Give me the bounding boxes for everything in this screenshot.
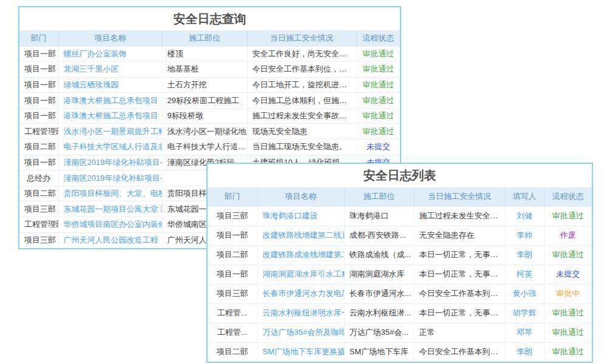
location-cell: 万达广场35#会... <box>344 323 414 342</box>
dept-cell: 项目二部 <box>19 140 58 155</box>
writer-cell[interactable]: 刘健 <box>505 206 544 226</box>
table-row: 工程管理部浅水湾小区一期景观提升工程浅水湾小区一期绿化地现场无安全隐患审批通过 <box>19 124 400 140</box>
project-cell[interactable]: 螺丝厂办公室装饰 <box>58 46 162 62</box>
situation-cell: 本日一切正常，无事故发... <box>414 245 505 265</box>
dept-cell: 项目二部 <box>19 186 58 201</box>
project-cell[interactable]: 电子科技大学区域人行道及非 <box>58 140 162 155</box>
dept-cell: 项目三部 <box>19 201 58 217</box>
dept-cell: 工程管... <box>208 323 257 342</box>
dept-cell: 项目三部 <box>208 284 257 303</box>
location-cell: 铁路成渝线（成... <box>344 245 414 265</box>
project-cell[interactable]: 改建铁路成渝线增建第二... <box>257 245 344 265</box>
writer-cell[interactable]: 黄小强 <box>505 284 544 303</box>
location-cell: 楼顶 <box>162 46 247 62</box>
column-header-situation: 当日施工安全情况 <box>247 30 356 46</box>
situation-cell: 本日一切正常，无事故发... <box>414 265 505 284</box>
table-row: 项目一部湖南洞庭湖水库引水工程...湖南洞庭湖水库本日一切正常，无事故发...柯… <box>208 265 592 284</box>
project-cell[interactable]: 华侨城项目南区办公室内装修 <box>58 217 162 233</box>
status-cell: 审批通过 <box>544 323 592 342</box>
query-panel-title: 安全日志查询 <box>19 7 400 30</box>
location-cell: 电子科技大学人行道... <box>162 140 247 155</box>
table-row: 项目一部龙湖三千里小区地基基桩今日安全工作基本到位，尚无...审批通过 <box>19 62 400 78</box>
dept-cell: 项目一部 <box>208 226 257 245</box>
writer-cell[interactable]: 李朗 <box>505 245 544 265</box>
situation-cell: 今日安全工作基本到位，... <box>414 284 505 303</box>
dept-cell: 工程管理部 <box>19 217 58 233</box>
status-cell: 审批通过 <box>356 108 400 124</box>
writer-cell[interactable]: 柯英 <box>505 265 544 284</box>
status-cell: 审批中 <box>544 284 592 303</box>
status-cell: 审批通过 <box>356 46 400 62</box>
project-cell[interactable]: 广州天河人民公园改造工程 <box>58 232 162 248</box>
location-cell: 地基基桩 <box>162 62 247 78</box>
column-header-status: 流程状态 <box>356 30 400 46</box>
list-table-header-row: 部门项目名称施工部位当日施工安全情况填写人流程状态 <box>208 187 592 206</box>
column-header-project: 项目名称 <box>257 187 344 206</box>
situation-cell: 当日施工现场无安全隐患。 <box>247 140 356 155</box>
dept-cell: 项目二部 <box>208 245 257 265</box>
situation-cell: 本日一切正常，无事故发... <box>414 303 505 323</box>
project-cell[interactable]: 改建铁路线增建第二线直... <box>257 226 344 245</box>
location-cell: 长春市伊通河水... <box>344 284 414 303</box>
safety-log-list-table: 部门项目名称施工部位当日施工安全情况填写人流程状态 项目三部珠海鹤港口建设珠海鹤… <box>208 187 592 362</box>
project-cell[interactable]: 潼南区2019年绿化补贴项目- <box>58 155 162 170</box>
project-cell[interactable]: 港珠澳大桥施工总承包项目 <box>58 108 162 124</box>
project-cell[interactable]: 龙湖三千里小区 <box>58 62 162 78</box>
column-header-status: 流程状态 <box>544 187 592 206</box>
project-cell[interactable]: 东城花园一期项目公寓大堂 装 <box>58 201 162 217</box>
situation-cell: 施工过程未发生安全事故及人... <box>247 108 356 124</box>
status-cell: 审批通过 <box>356 124 400 140</box>
project-cell[interactable]: 港珠澳大桥施工总承包项目 <box>58 93 162 109</box>
location-cell: 云南水利枢纽潜... <box>344 303 414 323</box>
situation-cell: 安全工作良好，尚无安全隐患... <box>247 46 356 62</box>
dept-cell: 项目一部 <box>19 155 58 170</box>
table-row: 项目二部电子科技大学区域人行道及非电子科技大学人行道...当日施工现场无安全隐患… <box>19 140 400 155</box>
writer-cell[interactable]: 李帅 <box>505 226 544 245</box>
location-cell: 浅水湾小区一期绿化地 <box>162 124 247 140</box>
dept-cell: 项目三部 <box>19 232 58 248</box>
status-cell: 审批通过 <box>356 62 400 78</box>
column-header-project: 项目名称 <box>58 30 162 46</box>
column-header-location: 施工部位 <box>162 30 247 46</box>
dept-cell: 项目一部 <box>19 93 58 109</box>
table-row: 工程管...万达广场35#会所及咖啡...万达广场35#会...正常邓琴审批通过 <box>208 323 592 342</box>
project-cell[interactable]: 长春市伊通河水力发电厂... <box>257 284 344 303</box>
status-cell: 未提交 <box>356 140 400 155</box>
table-row: 项目二部改建铁路成渝线增建第二...铁路成渝线（成...本日一切正常，无事故发.… <box>208 245 592 265</box>
writer-cell[interactable]: 李朗 <box>505 342 544 362</box>
writer-cell[interactable]: 邓琴 <box>505 323 544 342</box>
location-cell: 土石方开挖 <box>162 77 247 93</box>
table-row: 项目二部SM广场地下车库更换摄...SM广场地下车库今日安全工作基本到位，...… <box>208 342 592 362</box>
project-cell[interactable]: 万达广场35#会所及咖啡... <box>257 323 344 342</box>
situation-cell: 今日施工总体顺利，但施工人... <box>247 93 356 109</box>
dept-cell: 项目一部 <box>208 265 257 284</box>
dept-cell: 项目一部 <box>19 77 58 93</box>
project-cell[interactable]: 云南水利枢纽潜明水库一... <box>257 303 344 323</box>
table-row: 项目一部港珠澳大桥施工总承包项目29标段桥面工程施工今日施工总体顺利，但施工人.… <box>19 93 400 109</box>
column-header-situation: 当日施工安全情况 <box>414 187 505 206</box>
status-cell: 审批通过 <box>544 303 592 323</box>
status-cell: 审批通过 <box>544 245 592 265</box>
project-cell[interactable]: 贵阳项目样板间、大堂、电梯 <box>58 186 162 201</box>
situation-cell: 今日安全工作基本到位，... <box>414 342 505 362</box>
location-cell: 29标段桥面工程施工 <box>162 93 247 109</box>
project-cell[interactable]: 绿城云栖玫瑰园 <box>58 77 162 93</box>
situation-cell: 施工过程未发生安全事故... <box>414 206 505 226</box>
project-cell[interactable]: 潼南区2019年绿化补贴项目- <box>58 170 162 186</box>
project-cell[interactable]: 珠海鹤港口建设 <box>257 206 344 226</box>
project-cell[interactable]: 湖南洞庭湖水库引水工程... <box>257 265 344 284</box>
writer-cell[interactable]: 胡学辉 <box>505 303 544 323</box>
project-cell[interactable]: SM广场地下车库更换摄... <box>257 342 344 362</box>
status-cell: 审批通过 <box>356 77 400 93</box>
list-panel-title: 安全日志列表 <box>208 164 592 187</box>
location-cell: 9标段桥墩 <box>162 108 247 124</box>
query-table-header-row: 部门项目名称施工部位当日施工安全情况流程状态 <box>19 30 400 46</box>
table-row: 项目一部绿城云栖玫瑰园土石方开挖今日工地开工，旋挖机进场，...审批通过 <box>19 77 400 93</box>
project-cell[interactable]: 浅水湾小区一期景观提升工程 <box>58 124 162 140</box>
location-cell: SM广场地下车库 <box>344 342 414 362</box>
situation-cell: 无安全隐患存在 <box>414 226 505 245</box>
location-cell: 珠海鹤港口 <box>344 206 414 226</box>
status-cell: 审批通过 <box>544 342 592 362</box>
table-row: 项目一部螺丝厂办公室装饰楼顶安全工作良好，尚无安全隐患...审批通过 <box>19 46 400 62</box>
dept-cell: 项目三部 <box>208 206 257 226</box>
